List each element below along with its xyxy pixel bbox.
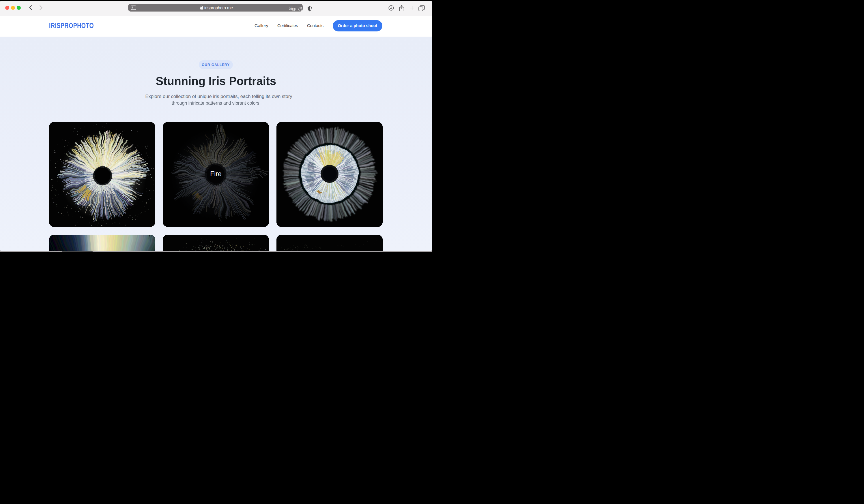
svg-text:文: 文 <box>292 8 295 11</box>
svg-text:A: A <box>290 7 292 10</box>
